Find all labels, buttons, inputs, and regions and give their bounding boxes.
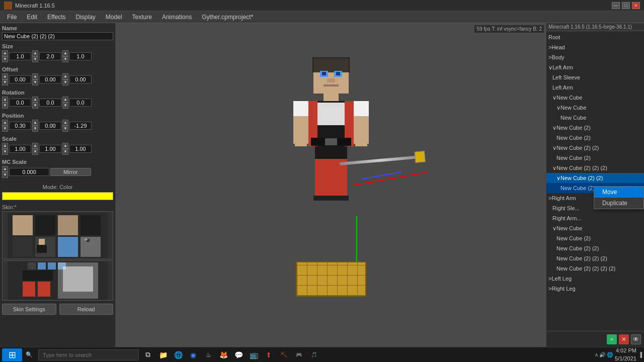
taskbar-edge[interactable]: 🌐: [171, 348, 185, 361]
taskbar-extra1[interactable]: 🎮: [292, 348, 306, 361]
taskbar-minecraft[interactable]: ⛏: [277, 348, 291, 361]
offset-y-input[interactable]: [39, 75, 61, 83]
scale-z-input[interactable]: [69, 145, 92, 153]
taskbar-steam[interactable]: ♨: [201, 348, 215, 361]
scale-y-down[interactable]: ▼: [32, 149, 38, 155]
taskbar-filezilla[interactable]: ⬆: [262, 348, 276, 361]
offset-z-up[interactable]: ▲: [62, 73, 68, 79]
taskbar-explorer[interactable]: 📁: [156, 348, 170, 361]
size-y-down[interactable]: ▼: [32, 56, 38, 62]
scale-y-up[interactable]: ▲: [32, 143, 38, 149]
add-icon-btn[interactable]: +: [607, 334, 617, 344]
size-x-up[interactable]: ▲: [2, 50, 8, 56]
menu-animations[interactable]: Animations: [157, 13, 197, 22]
taskbar-twitch[interactable]: 📺: [247, 348, 261, 361]
taskbar-extra2[interactable]: 🎵: [307, 348, 321, 361]
color-strip[interactable]: [2, 192, 113, 200]
eye-icon-btn[interactable]: 👁: [631, 334, 641, 344]
tree-new-cube-ra-2[interactable]: New Cube (2) (2): [546, 243, 644, 253]
mc-scale-down[interactable]: ▼: [2, 172, 8, 178]
pos-x-up[interactable]: ▲: [2, 120, 8, 126]
tree-new-cube-22-1[interactable]: New Cube (2): [546, 153, 644, 163]
tree-new-cube-222[interactable]: ∨New Cube (2) (2) (2): [546, 163, 644, 173]
tree-left-arm-inner[interactable]: Left Arm: [546, 82, 644, 93]
menu-texture[interactable]: Texture: [127, 13, 157, 22]
taskbar-firefox[interactable]: 🦊: [216, 348, 230, 361]
offset-z-input[interactable]: [69, 75, 92, 83]
scale-y-input[interactable]: [39, 145, 61, 153]
offset-y-up[interactable]: ▲: [32, 73, 38, 79]
scale-z-down[interactable]: ▼: [62, 149, 68, 155]
tree-new-cube-2[interactable]: ∨New Cube (2): [546, 123, 644, 133]
pos-x-down[interactable]: ▼: [2, 126, 8, 132]
tree-left-sleeve[interactable]: Left Sleeve: [546, 72, 644, 82]
maximize-button[interactable]: □: [622, 2, 630, 9]
tree-new-cube-ra-1[interactable]: New Cube (2): [546, 233, 644, 243]
viewport[interactable]: 59 fps T: inf vsync=fancy B: 2: [116, 23, 546, 347]
tree-new-cube-222-1[interactable]: ∨New Cube (2) (2): [546, 173, 644, 183]
delete-icon-btn[interactable]: ✕: [619, 334, 629, 344]
size-z-up[interactable]: ▲: [62, 50, 68, 56]
mc-scale-input[interactable]: [9, 168, 49, 176]
scale-x-up[interactable]: ▲: [2, 143, 8, 149]
rot-z-up[interactable]: ▲: [62, 97, 68, 103]
rot-z-down[interactable]: ▼: [62, 103, 68, 109]
size-z-down[interactable]: ▼: [62, 56, 68, 62]
tree-root[interactable]: Root: [546, 32, 644, 42]
taskbar-chrome[interactable]: ◉: [186, 348, 200, 361]
size-y-up[interactable]: ▲: [32, 50, 38, 56]
taskbar-search-input[interactable]: [38, 349, 139, 360]
menu-edit[interactable]: Edit: [22, 13, 42, 22]
scale-x-input[interactable]: [9, 145, 31, 153]
rot-x-input[interactable]: [9, 99, 31, 107]
scale-z-up[interactable]: ▲: [62, 143, 68, 149]
menu-effects[interactable]: Effects: [42, 13, 70, 22]
mirror-button[interactable]: Mirror: [50, 168, 91, 176]
tree-new-cube-ra-3[interactable]: New Cube (2) (2) (2): [546, 253, 644, 263]
pos-y-input[interactable]: [39, 122, 61, 130]
tree-new-cube-2-1[interactable]: New Cube (2): [546, 133, 644, 143]
size-x-input[interactable]: [9, 52, 31, 60]
rot-y-down[interactable]: ▼: [32, 103, 38, 109]
rot-y-input[interactable]: [39, 99, 61, 107]
size-y-input[interactable]: [39, 52, 61, 60]
tree-new-cube-la[interactable]: ∨New Cube: [546, 93, 644, 103]
offset-x-up[interactable]: ▲: [2, 73, 8, 79]
context-menu-move[interactable]: Move: [594, 187, 643, 198]
rot-y-up[interactable]: ▲: [32, 97, 38, 103]
menu-model[interactable]: Model: [101, 13, 127, 22]
rot-x-down[interactable]: ▼: [2, 103, 8, 109]
mc-scale-up[interactable]: ▲: [2, 166, 8, 172]
pos-z-up[interactable]: ▲: [62, 120, 68, 126]
context-menu-duplicate[interactable]: Duplicate: [594, 198, 643, 209]
pos-z-down[interactable]: ▼: [62, 126, 68, 132]
close-button[interactable]: ✕: [632, 2, 640, 9]
rot-x-up[interactable]: ▲: [2, 97, 8, 103]
tree-head[interactable]: >Head: [546, 42, 644, 52]
tree-new-cube-ra-4[interactable]: New Cube (2) (2) (2) (2): [546, 263, 644, 274]
taskbar-discord[interactable]: 💬: [231, 348, 246, 361]
start-button[interactable]: ⊞: [2, 348, 22, 361]
tree-new-cube-la-1-1[interactable]: New Cube: [546, 113, 644, 123]
pos-y-down[interactable]: ▼: [32, 126, 38, 132]
scale-x-down[interactable]: ▼: [2, 149, 8, 155]
taskbar-taskview[interactable]: ⧉: [141, 348, 155, 361]
tree-new-cube-la-1[interactable]: ∨New Cube: [546, 103, 644, 113]
menu-project[interactable]: Gyther.cpmproject*: [197, 13, 258, 22]
tree-left-arm[interactable]: ∨Left Arm: [546, 62, 644, 72]
tree-left-leg[interactable]: >Left Leg: [546, 274, 644, 284]
menu-file[interactable]: File: [2, 13, 22, 22]
show-desktop-btn[interactable]: ▐: [638, 352, 642, 357]
tree-new-cube-22[interactable]: ∨New Cube (2) (2): [546, 143, 644, 153]
size-z-input[interactable]: [69, 52, 92, 60]
size-x-down[interactable]: ▼: [2, 56, 8, 62]
minimize-button[interactable]: —: [612, 2, 620, 9]
skin-settings-button[interactable]: Skin Settings: [2, 304, 56, 315]
offset-y-down[interactable]: ▼: [32, 79, 38, 85]
pos-y-up[interactable]: ▲: [32, 120, 38, 126]
tree-body[interactable]: >Body: [546, 52, 644, 62]
menu-display[interactable]: Display: [71, 13, 101, 22]
tree-right-leg[interactable]: >Right Leg: [546, 284, 644, 294]
tree-new-cube-ra[interactable]: ∨New Cube: [546, 223, 644, 233]
tree-right-arm-inner[interactable]: Right Arm...: [546, 213, 644, 223]
